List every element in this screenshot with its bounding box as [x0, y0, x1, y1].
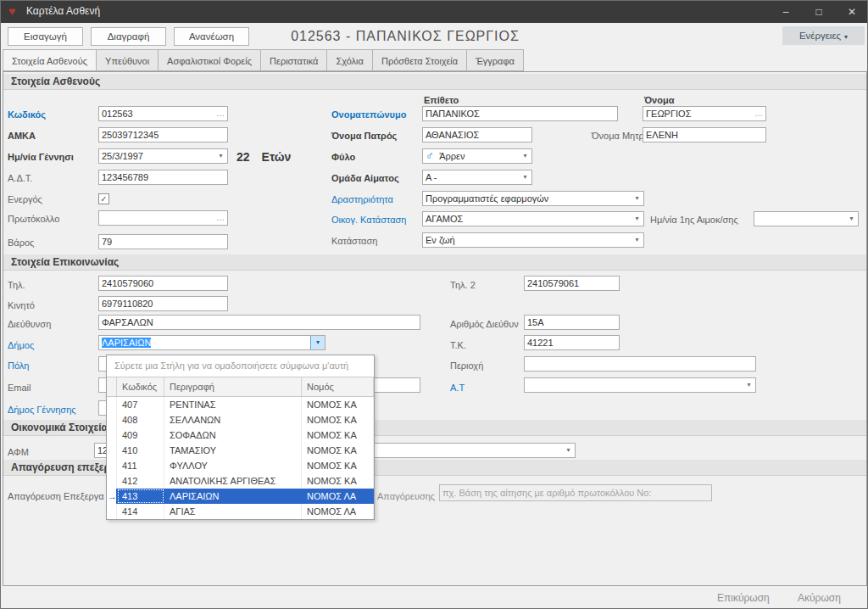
patient-card-window: ♥ Καρτέλα Ασθενή – □ ✕ Εισαγωγή Διαγραφή… — [0, 0, 868, 609]
age-value: 22 — [236, 150, 250, 164]
chevron-down-icon[interactable]: ▾ — [310, 336, 325, 349]
dropdown-row[interactable]: 407ΡΕΝΤΙΝΑΣΝΟΜΟΣ ΚΑ — [107, 397, 374, 412]
ellipsis-icon[interactable]: … — [754, 107, 763, 120]
cell-prefecture: ΝΟΜΟΣ ΚΑ — [302, 458, 374, 473]
chevron-down-icon[interactable]: ▾ — [631, 212, 643, 226]
cell-code: 410 — [117, 443, 164, 458]
phone2-field[interactable] — [524, 276, 620, 291]
blood-type-combo[interactable]: A - ▾ — [422, 170, 532, 185]
row-indicator — [107, 458, 117, 473]
ellipsis-icon[interactable]: … — [216, 211, 225, 224]
postal-code-field[interactable] — [524, 335, 620, 350]
restriction-reason-field[interactable] — [439, 484, 712, 501]
chevron-down-icon[interactable]: ▾ — [631, 233, 643, 247]
surname-field[interactable] — [422, 106, 618, 121]
header-code[interactable]: Κωδικός — [117, 377, 164, 396]
chevron-down-icon[interactable]: ▾ — [519, 149, 531, 163]
dropdown-row[interactable]: 410ΤΑΜΑΣΙΟΥΝΟΜΟΣ ΚΑ — [107, 443, 374, 458]
address-number-label: Αριθμός Διεύθυν — [450, 316, 519, 332]
phone-label: Τηλ. — [8, 277, 25, 293]
row-indicator — [107, 443, 117, 458]
protocol-field[interactable]: … — [98, 210, 228, 226]
police-station-combo[interactable]: ▾ — [524, 377, 756, 393]
section-contact: Στοιχεία Επικοινωνίας — [3, 254, 866, 271]
marital-status-combo[interactable]: ΑΓΑΜΟΣ ▾ — [422, 211, 644, 226]
address-number-field[interactable] — [524, 315, 620, 330]
dropdown-row[interactable]: →413ΛΑΡΙΣΑΙΩΝΝΟΜΟΣ ΛΑ — [107, 489, 374, 504]
active-label: Ενεργός — [8, 192, 42, 207]
header-indicator — [107, 377, 117, 396]
first-dialysis-combo[interactable]: ▾ — [754, 211, 859, 226]
chevron-down-icon[interactable]: ▾ — [845, 212, 858, 226]
code-field[interactable]: 012563 … — [98, 106, 228, 121]
tab-insurance-carriers[interactable]: Ασφαλιστικοί Φορείς — [159, 49, 261, 71]
weight-label: Βάρος — [8, 235, 34, 250]
dropdown-row[interactable]: 408ΣΕΛΛΑΝΩΝΝΟΜΟΣ ΚΑ — [107, 412, 374, 427]
life-status-label: Κατάσταση — [331, 233, 377, 249]
close-button[interactable]: ✕ — [835, 1, 868, 23]
first-dialysis-label: Ημ/νία 1ης Αιμοκ/σης — [650, 212, 738, 227]
fullname-label: Ονοματεπώνυμο — [331, 107, 406, 122]
life-status-combo[interactable]: Εν ζωή ▾ — [422, 232, 644, 248]
minimize-button[interactable]: – — [769, 1, 803, 23]
mobile-field[interactable] — [98, 296, 228, 311]
edit-restriction-label: Απαγόρευση Επεξεργα — [8, 489, 104, 504]
chevron-down-icon[interactable]: ▾ — [214, 149, 227, 163]
dropdown-row[interactable]: 411ΦΥΛΛΟΥΝΟΜΟΣ ΚΑ — [107, 458, 374, 473]
area-label: Περιοχή — [450, 358, 483, 373]
chevron-down-icon: ▾ — [844, 33, 848, 41]
activity-combo[interactable]: Προγραμματιστές εφαρμογών ▾ — [422, 191, 644, 206]
dropdown-row[interactable]: 412ΑΝΑΤΟΛΙΚΗΣ ΑΡΓΙΘΕΑΣΝΟΜΟΣ ΚΑ — [107, 473, 374, 489]
tab-incidents[interactable]: Περιστατικά — [261, 49, 327, 71]
tab-responsible[interactable]: Υπεύθυνοι — [97, 49, 159, 71]
mother-name-field[interactable] — [643, 127, 766, 142]
father-name-field[interactable] — [422, 127, 532, 142]
tab-documents[interactable]: Έγγραφα — [467, 49, 524, 71]
dropdown-row[interactable]: 409ΣΟΦΑΔΩΝΝΟΜΟΣ ΚΑ — [107, 427, 374, 443]
actions-label: Ενέργειες — [799, 31, 841, 41]
delete-button[interactable]: Διαγραφή — [91, 27, 166, 46]
cell-description: ΑΓΙΑΣ — [164, 504, 302, 519]
patient-title: 012563 - ΠΑΠΑΝΙΚΟΣ ΓΕΩΡΓΙΟΣ — [265, 29, 545, 44]
adt-field[interactable] — [98, 170, 228, 185]
refresh-button[interactable]: Ανανέωση — [174, 27, 249, 46]
gender-combo[interactable]: ♂ Άρρεν ▾ — [422, 148, 532, 164]
age-unit: Ετών — [262, 150, 292, 164]
row-indicator — [107, 504, 117, 519]
chevron-down-icon[interactable]: ▾ — [743, 378, 755, 392]
father-name-label: Όνομα Πατρός — [331, 128, 397, 143]
birthdate-combo[interactable]: 25/3/1997 ▾ — [98, 148, 228, 164]
confirm-button[interactable]: Επικύρωση — [717, 592, 770, 604]
tab-comments[interactable]: Σχόλια — [327, 49, 373, 71]
insert-button[interactable]: Εισαγωγή — [8, 27, 83, 46]
gender-value: Άρρεν — [439, 151, 465, 161]
dropdown-row[interactable]: 414ΑΓΙΑΣΝΟΜΟΣ ΛΑ — [107, 504, 374, 519]
active-checkbox[interactable]: ✓ — [98, 193, 109, 204]
row-indicator-arrow-icon: → — [107, 489, 117, 504]
header-prefecture[interactable]: Νομός — [302, 377, 374, 396]
row-indicator — [107, 427, 117, 443]
maximize-button[interactable]: □ — [802, 1, 836, 23]
header-description[interactable]: Περιγραφή — [164, 377, 302, 396]
ellipsis-icon[interactable]: … — [216, 107, 225, 120]
tab-patient-details[interactable]: Στοιχεία Ασθενούς — [3, 49, 97, 71]
police-station-label: Α.Τ — [450, 380, 465, 395]
address-field[interactable] — [98, 315, 420, 330]
municipality-dropdown-rows: 407ΡΕΝΤΙΝΑΣΝΟΜΟΣ ΚΑ408ΣΕΛΛΑΝΩΝΝΟΜΟΣ ΚΑ40… — [107, 397, 374, 519]
actions-menu-button[interactable]: Ενέργειες▾ — [782, 26, 865, 45]
chevron-down-icon[interactable]: ▾ — [631, 192, 643, 205]
municipality-value: ΛΑΡΙΣΑΙΩΝ — [102, 338, 151, 348]
chevron-down-icon[interactable]: ▾ — [519, 170, 531, 184]
email-label: Email — [8, 380, 31, 395]
phone-field[interactable] — [98, 276, 228, 291]
cell-code: 412 — [117, 473, 164, 489]
municipality-combo[interactable]: ΛΑΡΙΣΑΙΩΝ ▾ — [98, 335, 326, 350]
tab-extra-details[interactable]: Πρόσθετα Στοιχεία — [373, 49, 467, 71]
chevron-down-icon[interactable]: ▾ — [562, 444, 575, 457]
weight-field[interactable] — [98, 234, 228, 249]
firstname-field[interactable]: ΓΕΩΡΓΙΟΣ … — [643, 106, 766, 121]
area-field[interactable] — [524, 356, 756, 372]
cancel-button[interactable]: Ακύρωση — [798, 592, 841, 604]
amka-field[interactable] — [98, 127, 228, 142]
gender-label: Φύλο — [331, 149, 355, 165]
